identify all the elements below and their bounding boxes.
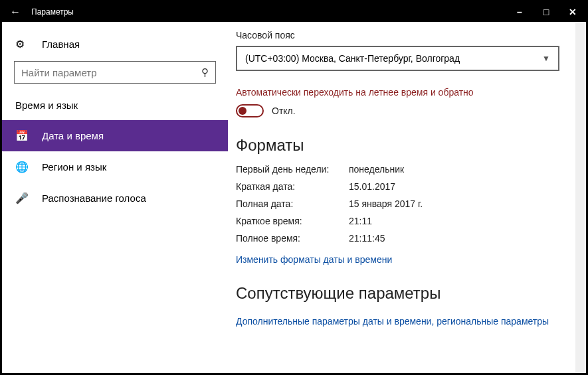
format-row: Краткая дата:15.01.2017 bbox=[236, 181, 559, 192]
back-button[interactable]: ← bbox=[2, 6, 29, 18]
language-icon: 🌐 bbox=[15, 161, 29, 173]
change-formats-link[interactable]: Изменить форматы даты и времени bbox=[236, 254, 392, 265]
format-key: Краткая дата: bbox=[236, 181, 349, 192]
home-nav[interactable]: ⚙ Главная bbox=[2, 33, 228, 61]
microphone-icon: 🎤 bbox=[15, 192, 29, 204]
related-heading: Сопутствующие параметры bbox=[236, 284, 559, 303]
search-input[interactable] bbox=[21, 67, 201, 78]
titlebar: ← Параметры – □ ✕ bbox=[2, 2, 586, 22]
format-val: 15.01.2017 bbox=[349, 181, 395, 192]
format-row: Полная дата:15 января 2017 г. bbox=[236, 198, 559, 209]
format-row: Полное время:21:11:45 bbox=[236, 233, 559, 244]
related-settings-link[interactable]: Дополнительные параметры даты и времени,… bbox=[236, 316, 549, 327]
minimize-button[interactable]: – bbox=[506, 7, 533, 17]
calendar-clock-icon: 📅 bbox=[15, 129, 29, 142]
format-row: Первый день недели:понедельник bbox=[236, 164, 559, 175]
format-val: 15 января 2017 г. bbox=[349, 198, 423, 209]
timezone-value: (UTC+03:00) Москва, Санкт-Петербург, Вол… bbox=[245, 53, 542, 64]
dst-label: Автоматически переходить на летнее время… bbox=[236, 87, 559, 98]
timezone-label: Часовой пояс bbox=[236, 30, 559, 40]
content-pane: Часовой пояс (UTC+03:00) Москва, Санкт-П… bbox=[228, 22, 586, 373]
scrollbar[interactable] bbox=[575, 22, 585, 373]
format-key: Краткое время: bbox=[236, 216, 349, 226]
nav-region-language[interactable]: 🌐 Регион и язык bbox=[2, 151, 228, 183]
nav-label: Распознавание голоса bbox=[42, 192, 146, 204]
format-key: Полная дата: bbox=[236, 198, 349, 209]
home-label: Главная bbox=[42, 38, 80, 50]
format-key: Первый день недели: bbox=[236, 164, 349, 175]
nav-group-header: Время и язык bbox=[2, 96, 228, 120]
format-val: 21:11:45 bbox=[349, 233, 385, 244]
sidebar: ⚙ Главная ⚲ Время и язык 📅 Дата и время … bbox=[2, 22, 228, 373]
close-button[interactable]: ✕ bbox=[559, 7, 586, 17]
nav-label: Дата и время bbox=[42, 130, 104, 141]
maximize-button[interactable]: □ bbox=[533, 7, 559, 17]
format-val: 21:11 bbox=[349, 216, 372, 226]
search-box[interactable]: ⚲ bbox=[14, 61, 216, 84]
nav-label: Регион и язык bbox=[42, 161, 106, 173]
format-row: Краткое время:21:11 bbox=[236, 216, 559, 226]
window-title: Параметры bbox=[29, 7, 506, 17]
dst-state: Откл. bbox=[272, 106, 296, 116]
gear-icon: ⚙ bbox=[15, 38, 29, 50]
formats-heading: Форматы bbox=[236, 136, 559, 155]
format-val: понедельник bbox=[349, 164, 404, 175]
search-icon: ⚲ bbox=[201, 66, 209, 78]
nav-speech[interactable]: 🎤 Распознавание голоса bbox=[2, 183, 228, 214]
timezone-dropdown[interactable]: (UTC+03:00) Москва, Санкт-Петербург, Вол… bbox=[236, 46, 559, 71]
format-key: Полное время: bbox=[236, 233, 349, 244]
nav-date-time[interactable]: 📅 Дата и время bbox=[2, 120, 228, 151]
chevron-down-icon: ▼ bbox=[542, 54, 550, 63]
dst-toggle[interactable] bbox=[236, 104, 264, 117]
